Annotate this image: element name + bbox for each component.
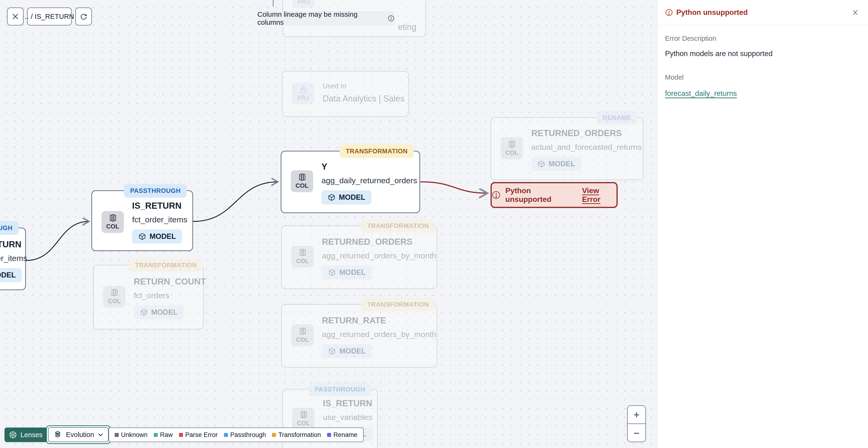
node-is-return[interactable]: PASSTHROUGH COL IS_RETURN fct_order_item… (91, 190, 193, 251)
legend-swatch (115, 433, 119, 437)
lineage-notice-text: Column lineage may be missing columns (257, 10, 385, 26)
column-name: RETURNED_ORDERS (531, 128, 638, 138)
error-node-text: Python unsupported (505, 186, 573, 204)
error-description-text: Python models are not supported (665, 50, 861, 58)
legend-label: Passthrough (230, 431, 266, 439)
node-returned-orders-month[interactable]: TRANSFORMATION COL RETURNED_ORDERS agg_r… (281, 226, 437, 289)
lens-badge: TRANSFORMATION (129, 259, 203, 272)
breadcrumb[interactable]: .. / IS_RETURN (27, 7, 72, 25)
model-link[interactable]: forecast_daily_returns (665, 89, 737, 97)
edge-isreturn-to-agg (193, 182, 278, 221)
legend-item-parse-error: Parse Error (179, 431, 218, 439)
model-name: fct_orders (134, 291, 198, 300)
legend-label: Parse Error (185, 431, 218, 439)
column-chip-label: COL (505, 149, 518, 156)
lens-badge: PASSTHROUGH (309, 383, 371, 396)
column-chip: COL (291, 246, 314, 268)
project-icon (299, 85, 308, 94)
node-return-count[interactable]: TRANSFORMATION COL RETURN_COUNT fct_orde… (93, 265, 204, 330)
lens-selector[interactable]: Evolution (46, 425, 111, 444)
lens-selector-button[interactable]: Evolution (48, 427, 108, 442)
columns-icon (299, 411, 308, 419)
lens-badge: PASSTHROUGH (0, 221, 19, 235)
lineage-canvas[interactable]: PRJ eting PRJ Used In Data Analytics | S… (0, 0, 657, 448)
error-description-label: Error Description (665, 35, 861, 42)
legend-swatch (154, 433, 158, 437)
close-lineage-button[interactable] (7, 7, 24, 25)
node-is-return-upstream[interactable]: PASSTHROUGH IS_RETURN fct_order_items MO… (0, 228, 26, 290)
legend-swatch (179, 433, 183, 437)
edge-agg-to-error (420, 182, 488, 193)
lens-badge: TRANSFORMATION (361, 298, 435, 311)
legend-label: Raw (160, 431, 173, 439)
model-name: actual_and_forecasted_returns (531, 143, 638, 152)
node-returned-orders-rename[interactable]: RENAME COL RETURNED_ORDERS actual_and_fo… (491, 117, 644, 180)
column-name: IS_RETURN (0, 240, 21, 249)
lens-badge: TRANSFORMATION (361, 219, 435, 233)
error-panel-header: Python unsupported (657, 0, 868, 25)
breadcrumb-label: .. / IS_RETURN (25, 13, 74, 21)
legend-swatch (224, 433, 228, 437)
node-used-in[interactable]: PRJ Used In Data Analytics | Sales (282, 71, 409, 117)
refresh-button[interactable] (75, 7, 92, 25)
used-in-label: Used In (322, 82, 404, 90)
node-top-cut-text: eting (398, 22, 416, 32)
model-name: fct_order_items (132, 215, 188, 224)
column-chip: COL (291, 324, 314, 346)
column-name: IS_RETURN (132, 201, 188, 211)
lens-badge: PASSTHROUGH (124, 184, 187, 198)
model-pill-label: MODEL (339, 268, 366, 277)
used-in-project: Data Analytics | Sales (322, 94, 404, 103)
info-icon[interactable] (388, 15, 395, 22)
model-pill-label: MODEL (549, 160, 575, 168)
column-chip-label: COL (106, 223, 119, 230)
model-name: agg_returned_orders_by_month (322, 330, 432, 339)
node-agg-daily-returned-orders[interactable]: TRANSFORMATION COL Y agg_daily_returned_… (281, 151, 420, 213)
columns-icon (298, 248, 307, 257)
legend-swatch (272, 433, 276, 437)
node-return-rate[interactable]: TRANSFORMATION COL RETURN_RATE agg_retur… (281, 304, 437, 368)
column-chip: COL (291, 170, 313, 192)
error-panel-title: Python unsupported (676, 8, 847, 17)
lenses-button[interactable]: Lenses (4, 427, 48, 442)
cube-icon (140, 308, 148, 316)
legend-item-passthrough: Passthrough (224, 431, 266, 439)
legend-label: Unknown (121, 431, 148, 439)
model-pill: MODEL (321, 190, 371, 205)
model-name: agg_returned_orders_by_month (322, 251, 432, 260)
model-pill-label: MODEL (339, 347, 366, 355)
column-chip: COL (292, 408, 315, 429)
model-pill: MODEL (322, 265, 372, 279)
model-pill: MODEL (322, 344, 372, 358)
lens-badge: TRANSFORMATION (340, 144, 414, 158)
zoom-in-button[interactable]: + (627, 406, 646, 424)
model-pill: MODEL (134, 305, 184, 319)
lineage-notice: Column lineage may be missing columns (257, 11, 395, 25)
legend-item-raw: Raw (154, 431, 173, 439)
legend-label: Transformation (278, 431, 321, 439)
model-name: fct_order_items (0, 254, 21, 263)
app-window: PRJ eting PRJ Used In Data Analytics | S… (0, 0, 868, 448)
column-chip-label: COL (296, 336, 309, 344)
model-pill: MODEL (132, 230, 182, 243)
legend-item-rename: Rename (327, 431, 358, 439)
column-name: RETURNED_ORDERS (322, 237, 432, 247)
project-chip-label: PRJ (297, 94, 309, 101)
layers-icon (53, 430, 62, 439)
cube-icon (328, 193, 336, 201)
cube-icon (328, 347, 336, 355)
legend-label: Rename (334, 431, 358, 439)
lens-legend: Unknown Raw Parse Error Passthrough Tran… (108, 427, 364, 442)
chevron-down-icon (98, 433, 103, 437)
columns-icon (298, 327, 307, 336)
column-name: IS_RETURN (323, 398, 372, 409)
cube-icon (138, 233, 146, 240)
columns-icon (298, 173, 306, 182)
columns-icon (108, 214, 117, 222)
cube-icon (328, 269, 336, 276)
close-panel-button[interactable] (850, 7, 861, 18)
node-python-unsupported-error[interactable]: Python unsupported View Error (491, 182, 618, 208)
zoom-out-button[interactable]: − (627, 424, 646, 442)
view-error-link[interactable]: View Error (582, 186, 617, 204)
columns-icon (508, 140, 516, 149)
